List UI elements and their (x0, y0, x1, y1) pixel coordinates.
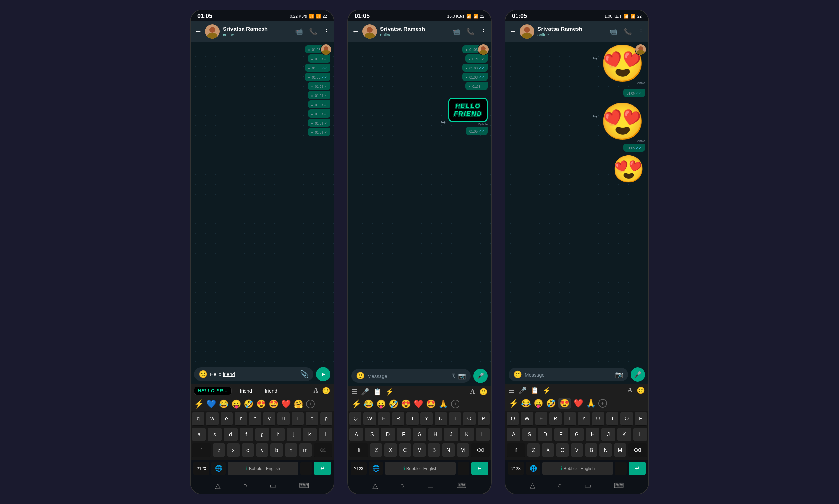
emoji-pray-2[interactable]: 🙏 (439, 399, 448, 409)
camera-button-3[interactable]: 📷 (615, 371, 623, 378)
key-enter-1[interactable]: ↵ (314, 462, 331, 475)
emoji-more-2[interactable]: + (451, 400, 460, 408)
key-I[interactable]: I (449, 412, 461, 426)
message-input-1[interactable]: Hello friend (210, 371, 297, 377)
key-H3[interactable]: H (586, 428, 600, 442)
key-A[interactable]: A (350, 428, 363, 442)
key-O[interactable]: O (463, 412, 475, 426)
key-e[interactable]: e (220, 412, 233, 426)
emoji-thunder-3[interactable]: ⚡ (508, 399, 518, 408)
emoji-heart-red-2[interactable]: ❤️ (414, 399, 424, 409)
key-s[interactable]: s (208, 428, 221, 442)
emoji-heart-red[interactable]: ❤️ (281, 399, 291, 409)
key-123-2[interactable]: ?123 (351, 462, 367, 475)
emoji-button-2[interactable]: 🙂 (356, 372, 365, 380)
key-L3[interactable]: L (633, 428, 647, 442)
key-Q[interactable]: Q (350, 412, 361, 426)
emoji-laugh[interactable]: 😂 (219, 399, 229, 409)
font-icon-1[interactable]: A (314, 387, 318, 395)
emoji-heart-eyes-3-highlighted[interactable]: 😍 (558, 398, 571, 409)
camera-button-2[interactable]: 📷 (458, 372, 466, 380)
key-t[interactable]: t (249, 412, 261, 426)
key-bobble-2[interactable]: ℹ Bobble - English (385, 462, 456, 475)
key-R3[interactable]: R (549, 412, 561, 426)
key-E[interactable]: E (378, 412, 390, 426)
key-bobble-1[interactable]: ℹ Bobble - English (228, 462, 298, 475)
suggestion-word-2[interactable]: friend (260, 387, 282, 395)
emoji-laugh-3[interactable]: 😂 (521, 399, 531, 408)
key-x[interactable]: x (227, 443, 239, 457)
key-V3[interactable]: V (571, 443, 583, 457)
key-globe-3[interactable]: 🌐 (526, 462, 540, 475)
key-enter-3[interactable]: ↵ (629, 462, 646, 475)
key-p[interactable]: p (320, 412, 332, 426)
key-W[interactable]: W (363, 412, 376, 426)
key-M3[interactable]: M (614, 443, 626, 457)
clipboard-icon-2[interactable]: 📋 (373, 388, 381, 396)
key-K[interactable]: K (460, 428, 474, 442)
video-call-icon-3[interactable]: 📹 (610, 28, 618, 35)
key-b[interactable]: b (270, 443, 283, 457)
key-c[interactable]: c (242, 443, 254, 457)
key-d[interactable]: d (224, 428, 237, 442)
key-H[interactable]: H (428, 428, 442, 442)
key-n[interactable]: n (285, 443, 297, 457)
nav-keyboard-1[interactable]: ⌨ (299, 481, 309, 490)
input-box-1[interactable]: 🙂 Hello friend 📎 (194, 367, 313, 381)
key-o[interactable]: o (306, 412, 318, 426)
phone-call-icon-2[interactable]: 📞 (466, 28, 475, 35)
key-Z3[interactable]: Z (527, 443, 540, 457)
nav-recent-1[interactable]: ▭ (270, 481, 276, 490)
font-icon-3[interactable]: A (628, 386, 632, 394)
key-T3[interactable]: T (564, 412, 576, 426)
emoji-hug[interactable]: 🤗 (293, 399, 303, 409)
key-J3[interactable]: J (601, 428, 615, 442)
emoji-thunder-2[interactable]: ⚡ (351, 399, 361, 409)
key-Q3[interactable]: Q (507, 412, 519, 426)
emoji-toolbar-2[interactable]: 🙂 (480, 388, 488, 396)
key-B3[interactable]: B (585, 443, 597, 457)
nav-back-2[interactable]: △ (372, 481, 378, 490)
phone-call-icon-3[interactable]: 📞 (624, 28, 632, 35)
key-z[interactable]: z (213, 443, 225, 457)
key-W3[interactable]: W (521, 412, 533, 426)
key-N3[interactable]: N (600, 443, 612, 457)
key-S3[interactable]: S (522, 428, 536, 442)
sticker-suggestion-1[interactable]: HELLO FR... (194, 387, 232, 395)
hamburger-icon-2[interactable]: ☰ (351, 388, 357, 396)
suggestion-word-1[interactable]: friend (235, 387, 257, 395)
key-S[interactable]: S (365, 428, 379, 442)
key-Y3[interactable]: Y (578, 412, 590, 426)
key-dot-2[interactable]: . (458, 462, 469, 475)
clipboard-icon-3[interactable]: 📋 (531, 386, 539, 394)
key-j[interactable]: j (287, 428, 301, 442)
key-k[interactable]: k (303, 428, 317, 442)
emoji-rofl[interactable]: 🤣 (244, 399, 254, 409)
key-shift-2[interactable]: ⇧ (350, 443, 368, 457)
key-dot-3[interactable]: . (615, 462, 627, 475)
key-J[interactable]: J (444, 428, 458, 442)
key-R[interactable]: R (392, 412, 404, 426)
key-h[interactable]: h (271, 428, 285, 442)
key-G3[interactable]: G (570, 428, 584, 442)
send-button-1[interactable]: ➤ (316, 367, 331, 381)
thunder-icon-2[interactable]: ⚡ (386, 388, 394, 396)
nav-back-3[interactable]: △ (530, 481, 535, 490)
key-X[interactable]: X (385, 443, 397, 457)
key-D[interactable]: D (381, 428, 395, 442)
more-icon-2[interactable]: ⋮ (480, 28, 487, 35)
key-C3[interactable]: C (556, 443, 569, 457)
key-M[interactable]: M (457, 443, 469, 457)
key-N[interactable]: N (442, 443, 454, 457)
phone-call-icon-1[interactable]: 📞 (309, 28, 317, 35)
key-delete-3[interactable]: ⌫ (628, 443, 647, 457)
key-enter-2[interactable]: ↵ (471, 462, 488, 475)
key-C[interactable]: C (399, 443, 411, 457)
mic-button-2[interactable]: 🎤 (473, 369, 488, 383)
key-B[interactable]: B (428, 443, 440, 457)
key-globe-2[interactable]: 🌐 (369, 462, 383, 475)
key-V[interactable]: V (413, 443, 426, 457)
key-U[interactable]: U (434, 412, 447, 426)
video-call-icon-1[interactable]: 📹 (295, 28, 303, 35)
key-dot-1[interactable]: . (300, 462, 312, 475)
